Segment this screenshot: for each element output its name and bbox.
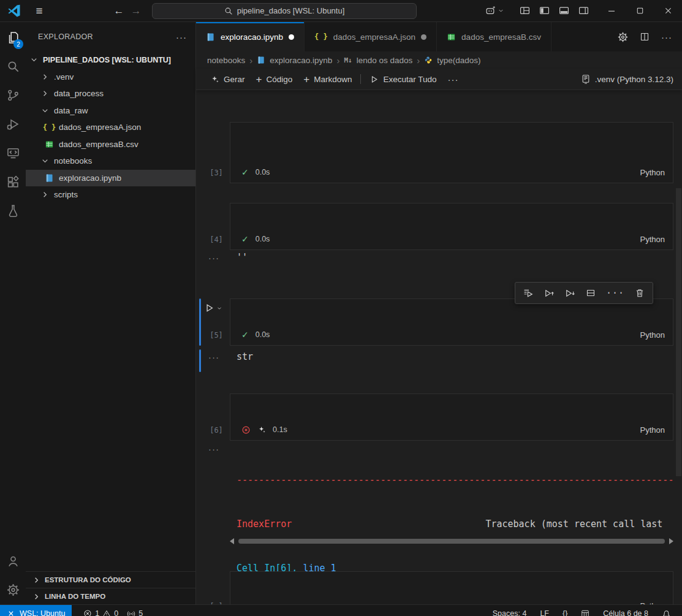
close-button[interactable] <box>654 0 682 21</box>
command-center-search[interactable]: pipeline_dados [WSL: Ubuntu] <box>152 3 417 19</box>
extensions-icon[interactable] <box>0 167 26 196</box>
toggle-panel-icon[interactable] <box>559 6 569 16</box>
cell-code-editor[interactable]: dados <box>230 203 673 229</box>
cell-position-indicator[interactable]: Célula 6 de 8 <box>598 609 653 616</box>
kernel-icon <box>581 74 591 84</box>
tree-root-pipeline-dados[interactable]: PIPELINE_DADOS [WSL: UBUNTU] <box>26 51 195 69</box>
toggle-sidebar-icon[interactable] <box>539 6 550 16</box>
source-control-icon[interactable] <box>0 81 26 110</box>
copilot-chevron-down-icon[interactable] <box>498 7 504 14</box>
testing-icon[interactable] <box>0 196 26 225</box>
modified-dot-icon[interactable] <box>421 34 426 40</box>
remote-indicator[interactable]: WSL: Ubuntu <box>0 605 72 616</box>
notebook-cell-6[interactable]: [6] dados [10] 0.1s Python <box>230 394 673 441</box>
output-collapse-icon[interactable]: ··· <box>208 352 224 362</box>
toggle-secondary-sidebar-icon[interactable] <box>578 6 589 16</box>
language-mode-indicator[interactable]: {} <box>558 609 572 616</box>
minimize-button[interactable] <box>597 0 626 21</box>
notebook-cell-7[interactable]: [ ] Python <box>230 571 673 604</box>
cell-language[interactable]: Python <box>640 168 665 177</box>
problems-indicator[interactable]: 1 0 <box>79 609 123 616</box>
section-code-outline[interactable]: ESTRUTURA DO CÓDIGO <box>26 571 195 588</box>
explorer-icon[interactable]: 2 <box>0 23 26 52</box>
scrollbar-thumb[interactable] <box>238 539 665 544</box>
add-markdown-cell-button[interactable]: + Markdown <box>298 71 357 87</box>
run-cell-button[interactable] <box>204 303 222 313</box>
scroll-right-icon[interactable] <box>669 538 673 544</box>
run-above-icon[interactable] <box>544 288 555 298</box>
output-collapse-icon[interactable]: ··· <box>208 444 224 454</box>
generate-button[interactable]: Gerar <box>205 71 251 87</box>
eol-indicator[interactable]: LF <box>535 609 554 616</box>
section-timeline[interactable]: LINHA DO TEMPO <box>26 588 195 604</box>
notebook-cell-3[interactable]: [3] with open(path_json, 'r') as file: d… <box>230 122 673 183</box>
breadcrumb-section[interactable]: lendo os dados <box>357 56 413 65</box>
run-by-line-icon[interactable] <box>523 288 534 298</box>
breadcrumb-file[interactable]: exploracao.ipynb <box>270 56 332 65</box>
notebook-cell-5[interactable]: [5] type(dados) ✓ 0.0s Python <box>230 298 673 346</box>
chevron-right-icon <box>40 72 50 82</box>
fix-sparkle-icon[interactable] <box>257 425 266 434</box>
tree-item-dados-empresaB-csv[interactable]: dados_empresaB.csv <box>26 136 195 153</box>
layout-grid-icon[interactable] <box>576 609 594 616</box>
search-view-icon[interactable] <box>0 52 26 81</box>
customize-layout-icon[interactable] <box>520 6 530 16</box>
accounts-icon[interactable] <box>0 547 26 576</box>
forward-icon[interactable]: → <box>127 5 145 17</box>
kernel-picker-button[interactable]: .venv (Python 3.12.3) <box>581 74 673 84</box>
delete-cell-icon[interactable] <box>635 288 645 298</box>
tab-dados-empresaA-json[interactable]: { } dados_empresaA.json <box>305 22 437 51</box>
run-below-icon[interactable] <box>565 288 575 298</box>
ports-indicator[interactable]: 5 <box>123 609 147 616</box>
split-editor-icon[interactable] <box>640 32 650 42</box>
notebook-vertical-scrollbar[interactable] <box>676 188 681 476</box>
notebook-cell-4[interactable]: [4] dados ✓ 0.0s Python <box>230 203 673 250</box>
remote-explorer-icon[interactable] <box>0 139 26 167</box>
breadcrumb-notebooks[interactable]: notebooks <box>207 56 245 65</box>
tree-item-notebooks[interactable]: notebooks <box>26 153 195 170</box>
execution-time: 0.0s <box>256 168 270 177</box>
tab-dados-empresaB-csv[interactable]: dados_empresaB.csv <box>437 22 551 51</box>
menu-icon[interactable]: ≡ <box>32 4 47 18</box>
run-all-button[interactable]: Executar Tudo <box>364 71 442 87</box>
tab-exploracao-ipynb[interactable]: exploracao.ipynb <box>196 22 305 51</box>
output-collapse-icon[interactable]: ··· <box>208 253 224 263</box>
maximize-button[interactable] <box>626 0 654 21</box>
tree-item-venv[interactable]: .venv <box>26 69 195 86</box>
tree-item-data-raw[interactable]: data_raw <box>26 102 195 120</box>
notifications-bell-icon[interactable] <box>657 609 676 616</box>
add-code-cell-button[interactable]: + Código <box>251 71 298 87</box>
chevron-right-icon <box>40 190 50 199</box>
editor-more-actions-icon[interactable]: ··· <box>661 32 672 42</box>
notebook-settings-gear-icon[interactable] <box>618 32 628 42</box>
indentation-indicator[interactable]: Spaces: 4 <box>488 609 532 616</box>
execution-count: [6] <box>206 426 227 435</box>
copilot-icon[interactable] <box>485 6 496 16</box>
cell-language[interactable]: Python <box>640 235 665 244</box>
chevron-separator-icon: › <box>249 55 252 66</box>
traceback-line: IndexError Traceback (most recent call l… <box>237 517 673 531</box>
split-cell-icon[interactable] <box>586 288 596 298</box>
cell-more-actions-icon[interactable]: ··· <box>606 287 624 298</box>
cell-output: '' <box>237 252 248 263</box>
cell-code-editor[interactable] <box>230 572 673 595</box>
cell-code-editor[interactable]: dados [10] <box>230 394 673 419</box>
tree-item-exploracao-ipynb[interactable]: exploracao.ipynb <box>26 170 195 187</box>
output-horizontal-scrollbar[interactable] <box>230 536 673 546</box>
settings-gear-icon[interactable] <box>0 576 26 604</box>
chevron-right-icon <box>32 592 41 601</box>
cell-code-editor[interactable]: with open(path_json, 'r') as file: dados… <box>230 123 673 162</box>
back-icon[interactable]: ← <box>110 5 127 17</box>
modified-dot-icon[interactable] <box>289 34 294 40</box>
tree-item-scripts[interactable]: scripts <box>26 186 195 203</box>
tree-item-data-process[interactable]: data_process <box>26 85 195 102</box>
tree-item-dados-empresaA-json[interactable]: { } dados_empresaA.json <box>26 119 195 136</box>
run-debug-icon[interactable] <box>0 110 26 139</box>
scroll-left-icon[interactable] <box>230 538 234 544</box>
toolbar-more-actions-icon[interactable]: ··· <box>442 71 464 87</box>
cell-language[interactable]: Python <box>640 330 665 340</box>
cell-language[interactable]: Python <box>640 425 665 435</box>
cell-output: str <box>237 351 253 362</box>
explorer-more-actions-icon[interactable]: ··· <box>176 32 187 42</box>
breadcrumb-cell[interactable]: type(dados) <box>437 56 480 65</box>
